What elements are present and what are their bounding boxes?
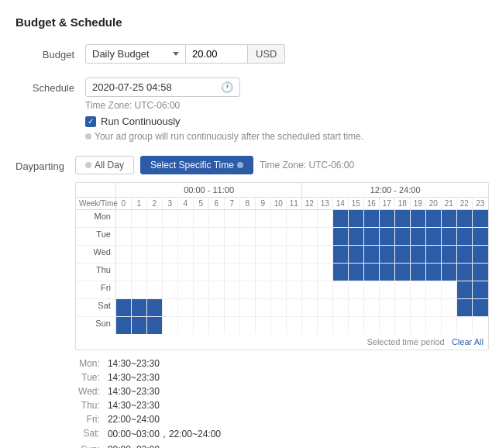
- cell-wed-21[interactable]: [442, 246, 457, 263]
- cell-sat-1[interactable]: [132, 299, 147, 316]
- cell-sat-0[interactable]: [116, 299, 132, 316]
- cell-sat-19[interactable]: [411, 299, 426, 316]
- cell-thu-9[interactable]: [256, 264, 271, 281]
- cell-fri-7[interactable]: [225, 281, 240, 298]
- cell-sat-4[interactable]: [178, 299, 194, 316]
- cell-wed-8[interactable]: [240, 246, 256, 263]
- cell-fri-2[interactable]: [147, 281, 163, 298]
- cell-tue-14[interactable]: [333, 228, 349, 245]
- cell-sat-20[interactable]: [426, 299, 442, 316]
- cell-fri-6[interactable]: [209, 281, 225, 298]
- cell-mon-9[interactable]: [256, 210, 271, 227]
- clear-all-link[interactable]: Clear All: [452, 337, 484, 346]
- cell-fri-5[interactable]: [194, 281, 209, 298]
- cell-mon-17[interactable]: [380, 210, 395, 227]
- cell-fri-8[interactable]: [240, 281, 256, 298]
- cell-thu-19[interactable]: [411, 264, 426, 281]
- cell-fri-11[interactable]: [287, 281, 302, 298]
- cell-sun-11[interactable]: [287, 317, 302, 334]
- cell-mon-2[interactable]: [147, 210, 163, 227]
- cell-tue-17[interactable]: [380, 228, 395, 245]
- cell-mon-1[interactable]: [132, 210, 147, 227]
- cell-sat-14[interactable]: [333, 299, 349, 316]
- cell-mon-23[interactable]: [473, 210, 488, 227]
- cell-fri-10[interactable]: [271, 281, 287, 298]
- cell-thu-17[interactable]: [380, 264, 395, 281]
- cell-wed-0[interactable]: [116, 246, 132, 263]
- cell-mon-14[interactable]: [333, 210, 349, 227]
- cell-sat-8[interactable]: [240, 299, 256, 316]
- run-continuously-checkbox[interactable]: [85, 116, 96, 127]
- cell-mon-20[interactable]: [426, 210, 442, 227]
- cell-sun-17[interactable]: [380, 317, 395, 334]
- cell-tue-6[interactable]: [209, 228, 225, 245]
- cell-tue-12[interactable]: [302, 228, 318, 245]
- cell-mon-19[interactable]: [411, 210, 426, 227]
- cell-sat-6[interactable]: [209, 299, 225, 316]
- cell-mon-3[interactable]: [163, 210, 178, 227]
- budget-type-dropdown[interactable]: Daily Budget: [85, 44, 186, 64]
- cell-sat-9[interactable]: [256, 299, 271, 316]
- cell-fri-21[interactable]: [442, 281, 457, 298]
- cell-thu-11[interactable]: [287, 264, 302, 281]
- cell-sun-12[interactable]: [302, 317, 318, 334]
- cell-fri-14[interactable]: [333, 281, 349, 298]
- cell-sun-14[interactable]: [333, 317, 349, 334]
- cell-thu-21[interactable]: [442, 264, 457, 281]
- cell-sun-20[interactable]: [426, 317, 442, 334]
- cell-wed-11[interactable]: [287, 246, 302, 263]
- cell-tue-22[interactable]: [457, 228, 473, 245]
- cell-tue-5[interactable]: [194, 228, 209, 245]
- cell-mon-5[interactable]: [194, 210, 209, 227]
- cell-thu-14[interactable]: [333, 264, 349, 281]
- cell-sun-9[interactable]: [256, 317, 271, 334]
- cell-wed-23[interactable]: [473, 246, 488, 263]
- cell-sun-13[interactable]: [318, 317, 333, 334]
- cell-thu-8[interactable]: [240, 264, 256, 281]
- cell-mon-10[interactable]: [271, 210, 287, 227]
- cell-thu-20[interactable]: [426, 264, 442, 281]
- cell-tue-1[interactable]: [132, 228, 147, 245]
- cell-tue-15[interactable]: [349, 228, 364, 245]
- cell-mon-22[interactable]: [457, 210, 473, 227]
- cell-wed-16[interactable]: [364, 246, 380, 263]
- cell-mon-13[interactable]: [318, 210, 333, 227]
- cell-fri-9[interactable]: [256, 281, 271, 298]
- cell-fri-16[interactable]: [364, 281, 380, 298]
- cell-wed-2[interactable]: [147, 246, 163, 263]
- cell-fri-12[interactable]: [302, 281, 318, 298]
- cell-sat-18[interactable]: [395, 299, 411, 316]
- cell-sat-7[interactable]: [225, 299, 240, 316]
- cell-sat-12[interactable]: [302, 299, 318, 316]
- cell-mon-7[interactable]: [225, 210, 240, 227]
- cell-tue-21[interactable]: [442, 228, 457, 245]
- cell-sun-10[interactable]: [271, 317, 287, 334]
- cell-thu-7[interactable]: [225, 264, 240, 281]
- cell-fri-0[interactable]: [116, 281, 132, 298]
- cell-thu-16[interactable]: [364, 264, 380, 281]
- cell-mon-0[interactable]: [116, 210, 132, 227]
- cell-wed-3[interactable]: [163, 246, 178, 263]
- cell-fri-20[interactable]: [426, 281, 442, 298]
- cell-fri-22[interactable]: [457, 281, 473, 298]
- cell-thu-0[interactable]: [116, 264, 132, 281]
- cell-sun-8[interactable]: [240, 317, 256, 334]
- cell-wed-1[interactable]: [132, 246, 147, 263]
- cell-sun-4[interactable]: [178, 317, 194, 334]
- cell-sun-7[interactable]: [225, 317, 240, 334]
- cell-sun-6[interactable]: [209, 317, 225, 334]
- cell-mon-8[interactable]: [240, 210, 256, 227]
- budget-amount-input[interactable]: [186, 44, 248, 64]
- cell-sat-11[interactable]: [287, 299, 302, 316]
- cell-tue-0[interactable]: [116, 228, 132, 245]
- cell-sun-1[interactable]: [132, 317, 147, 334]
- cell-wed-4[interactable]: [178, 246, 194, 263]
- cell-thu-12[interactable]: [302, 264, 318, 281]
- cell-fri-18[interactable]: [395, 281, 411, 298]
- cell-mon-12[interactable]: [302, 210, 318, 227]
- cell-wed-9[interactable]: [256, 246, 271, 263]
- cell-wed-5[interactable]: [194, 246, 209, 263]
- cell-tue-19[interactable]: [411, 228, 426, 245]
- cell-wed-15[interactable]: [349, 246, 364, 263]
- cell-sat-23[interactable]: [473, 299, 488, 316]
